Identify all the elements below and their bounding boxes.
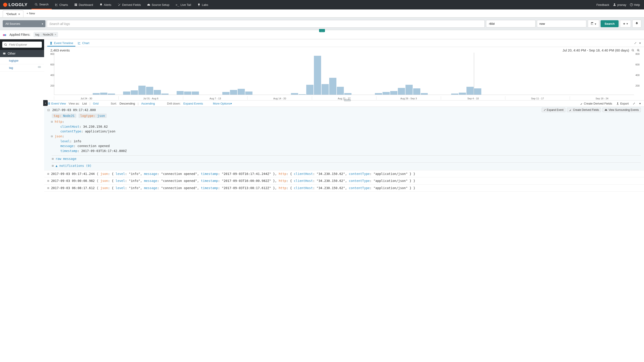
filter-tag-nodejs[interactable]: tag : NodeJS × — [34, 32, 58, 37]
chart-bar[interactable] — [459, 93, 466, 95]
chevron-down-icon[interactable]: ▾ — [639, 102, 641, 105]
chart-bar[interactable] — [238, 89, 245, 95]
chart-bar[interactable] — [177, 91, 184, 95]
chart-bar[interactable] — [466, 87, 474, 95]
timeline-chart[interactable]: 800600400200 800600400200 Jul 24 - 30Jul… — [44, 53, 644, 100]
notification-button[interactable] — [632, 20, 641, 28]
chart-bar[interactable] — [390, 91, 398, 95]
create-derived-fields-btn[interactable]: Create Derived Fields — [580, 102, 612, 105]
export-btn[interactable]: Export — [616, 102, 629, 105]
sidebar-item-tag[interactable]: tag — [0, 64, 44, 71]
chart-bar[interactable] — [398, 88, 405, 95]
zoom-in-icon[interactable] — [637, 49, 640, 52]
collapse-icon[interactable]: ⊟ — [47, 108, 50, 112]
chart-bar[interactable] — [451, 93, 458, 95]
event-row[interactable]: ⊞ 2017-09-03 09:17:41.244 { json: { leve… — [44, 170, 644, 177]
calendar-button[interactable]: ▾ — [588, 20, 599, 28]
sidebar-section-other[interactable]: Other — [0, 50, 44, 57]
view-surrounding-btn[interactable]: View Surrounding Events — [602, 108, 641, 112]
event-view-tab[interactable]: Event View — [47, 102, 66, 105]
nav-dashboard[interactable]: Dashboard — [71, 0, 96, 9]
chart-bar[interactable] — [291, 93, 298, 95]
chart-bar[interactable] — [184, 91, 191, 95]
chart-bar[interactable] — [222, 92, 230, 95]
chart-bar[interactable] — [421, 93, 428, 95]
chart-bar[interactable] — [329, 78, 336, 95]
nav-derived-fields[interactable]: Derived Fields — [114, 0, 144, 9]
chart-bar[interactable] — [314, 56, 321, 95]
tab-event-timeline[interactable]: Event Timeline — [47, 39, 76, 46]
chart-bar[interactable] — [474, 88, 481, 95]
brand-logo[interactable]: LOGGLY — [0, 0, 32, 9]
more-options[interactable]: More Options▾ — [213, 102, 232, 105]
event-tag[interactable]: tag: NodeJS — [52, 113, 76, 118]
expand-icon[interactable]: ⊞ — [47, 172, 49, 176]
chart-bar[interactable] — [344, 93, 352, 95]
sort-desc[interactable]: Descending — [120, 102, 135, 105]
chart-bar[interactable] — [146, 87, 153, 95]
help-link[interactable]: ?Help — [630, 3, 640, 6]
create-derived-btn[interactable]: Create Derived Fields — [567, 108, 601, 112]
chart-bar[interactable] — [298, 94, 306, 95]
chart-bar[interactable] — [123, 91, 130, 95]
expand-icon[interactable]: ⊞ — [47, 186, 49, 190]
notifications-link[interactable]: ⊞ ▲ notifications (0) — [52, 162, 641, 167]
time-start-input[interactable] — [486, 20, 536, 27]
feedback-link[interactable]: Feedback — [596, 3, 609, 6]
nav-charts[interactable]: Charts — [52, 0, 71, 9]
collapse-icon[interactable]: ⊟ — [51, 134, 53, 138]
tab-chart[interactable]: Chart — [76, 39, 92, 46]
chart-bar[interactable] — [154, 90, 161, 95]
nav-search[interactable]: Search — [32, 0, 52, 9]
expand-event-btn[interactable]: ⤢ Expand Event — [542, 108, 566, 112]
chart-bar[interactable] — [337, 87, 344, 95]
sort-asc[interactable]: Ascending — [141, 102, 155, 105]
expand-search-handle[interactable]: ⌄⌄ — [319, 29, 325, 32]
chart-bar[interactable] — [306, 85, 314, 95]
source-dropdown[interactable]: All Sources — [3, 20, 46, 27]
chart-bar[interactable] — [230, 90, 237, 95]
search-input[interactable] — [47, 20, 485, 28]
expand-icon[interactable]: ⤢ — [634, 41, 636, 45]
tab-default[interactable]: *Default × — [3, 10, 24, 17]
chart-bar[interactable] — [375, 93, 382, 95]
nav-labs[interactable]: Labs — [194, 0, 211, 9]
event-logtype[interactable]: logtype: json — [78, 113, 107, 118]
chart-bar[interactable] — [131, 90, 138, 95]
tab-new[interactable]: + New — [24, 9, 38, 17]
user-menu[interactable]: pranay — [613, 3, 626, 6]
raw-message-link[interactable]: ⊞ raw message — [52, 155, 641, 161]
chart-bar[interactable] — [382, 92, 390, 95]
chart-bar[interactable] — [245, 91, 252, 95]
event-row[interactable]: ⊞ 2017-09-03 09:00:00.982 { json: { leve… — [44, 177, 644, 184]
chart-bar[interactable] — [138, 86, 146, 95]
remove-filter-icon[interactable]: × — [55, 33, 56, 36]
event-row[interactable]: ⊞ 2017-09-03 06:08:17.612 { json: { leve… — [44, 185, 644, 192]
collapse-sidebar-handle[interactable]: ‹ — [43, 100, 48, 106]
zoom-out-icon[interactable] — [632, 49, 634, 52]
chart-bar[interactable] — [322, 84, 329, 95]
collapse-icon[interactable]: ⊟ — [51, 120, 53, 123]
search-button[interactable]: Search — [600, 20, 618, 27]
chart-bar[interactable] — [413, 88, 420, 95]
chart-bar[interactable] — [93, 93, 100, 95]
nav-source-setup[interactable]: Source Setup — [144, 0, 172, 9]
expand-icon[interactable]: ⊞ — [47, 179, 49, 183]
chart-bar[interactable] — [161, 93, 168, 95]
nav-alerts[interactable]: Alerts — [96, 0, 114, 9]
view-list[interactable]: List — [82, 102, 87, 105]
expand-events-link[interactable]: Expand Events — [184, 102, 203, 105]
expand-icon[interactable]: ⤢ — [633, 102, 635, 105]
chart-bar[interactable] — [406, 85, 413, 95]
resize-handle[interactable] — [344, 99, 351, 101]
nav-live-tail[interactable]: >_Live Tail — [172, 0, 194, 9]
chart-bar[interactable] — [192, 91, 199, 95]
close-icon[interactable]: × — [18, 12, 20, 16]
chevron-down-icon[interactable]: ▾ — [639, 41, 641, 45]
chart-bar[interactable] — [100, 93, 107, 95]
time-end-input[interactable] — [537, 20, 586, 27]
view-grid[interactable]: Grid — [93, 102, 98, 105]
field-explorer-input[interactable]: Field Explorer — [2, 41, 42, 48]
star-button[interactable]: ★ ▾ — [620, 20, 631, 27]
chart-bar[interactable] — [108, 93, 115, 95]
